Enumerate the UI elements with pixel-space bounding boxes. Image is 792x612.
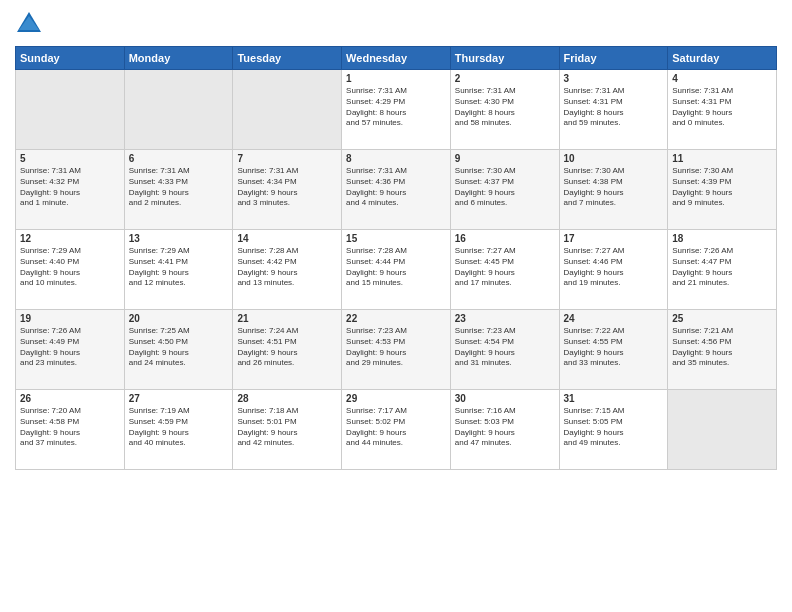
weekday-header-cell: Thursday — [450, 47, 559, 70]
day-number: 7 — [237, 153, 337, 164]
day-number: 1 — [346, 73, 446, 84]
day-number: 20 — [129, 313, 229, 324]
calendar-cell: 6Sunrise: 7:31 AM Sunset: 4:33 PM Daylig… — [124, 150, 233, 230]
day-number: 9 — [455, 153, 555, 164]
calendar-week-row: 1Sunrise: 7:31 AM Sunset: 4:29 PM Daylig… — [16, 70, 777, 150]
day-number: 10 — [564, 153, 664, 164]
calendar-week-row: 19Sunrise: 7:26 AM Sunset: 4:49 PM Dayli… — [16, 310, 777, 390]
calendar-cell: 14Sunrise: 7:28 AM Sunset: 4:42 PM Dayli… — [233, 230, 342, 310]
day-info: Sunrise: 7:31 AM Sunset: 4:30 PM Dayligh… — [455, 86, 555, 129]
day-info: Sunrise: 7:30 AM Sunset: 4:38 PM Dayligh… — [564, 166, 664, 209]
calendar-cell: 5Sunrise: 7:31 AM Sunset: 4:32 PM Daylig… — [16, 150, 125, 230]
calendar-cell: 4Sunrise: 7:31 AM Sunset: 4:31 PM Daylig… — [668, 70, 777, 150]
day-number: 29 — [346, 393, 446, 404]
day-number: 15 — [346, 233, 446, 244]
calendar-cell: 27Sunrise: 7:19 AM Sunset: 4:59 PM Dayli… — [124, 390, 233, 470]
day-info: Sunrise: 7:29 AM Sunset: 4:41 PM Dayligh… — [129, 246, 229, 289]
day-info: Sunrise: 7:17 AM Sunset: 5:02 PM Dayligh… — [346, 406, 446, 449]
day-number: 27 — [129, 393, 229, 404]
weekday-header-cell: Tuesday — [233, 47, 342, 70]
weekday-header-cell: Sunday — [16, 47, 125, 70]
day-info: Sunrise: 7:16 AM Sunset: 5:03 PM Dayligh… — [455, 406, 555, 449]
calendar-cell: 2Sunrise: 7:31 AM Sunset: 4:30 PM Daylig… — [450, 70, 559, 150]
calendar-cell: 17Sunrise: 7:27 AM Sunset: 4:46 PM Dayli… — [559, 230, 668, 310]
day-number: 5 — [20, 153, 120, 164]
day-number: 30 — [455, 393, 555, 404]
calendar-cell: 22Sunrise: 7:23 AM Sunset: 4:53 PM Dayli… — [342, 310, 451, 390]
header — [15, 10, 777, 38]
day-number: 28 — [237, 393, 337, 404]
day-info: Sunrise: 7:22 AM Sunset: 4:55 PM Dayligh… — [564, 326, 664, 369]
day-info: Sunrise: 7:31 AM Sunset: 4:33 PM Dayligh… — [129, 166, 229, 209]
calendar-cell — [124, 70, 233, 150]
calendar-cell: 15Sunrise: 7:28 AM Sunset: 4:44 PM Dayli… — [342, 230, 451, 310]
calendar-cell: 1Sunrise: 7:31 AM Sunset: 4:29 PM Daylig… — [342, 70, 451, 150]
calendar-cell: 12Sunrise: 7:29 AM Sunset: 4:40 PM Dayli… — [16, 230, 125, 310]
calendar-week-row: 5Sunrise: 7:31 AM Sunset: 4:32 PM Daylig… — [16, 150, 777, 230]
calendar-page: SundayMondayTuesdayWednesdayThursdayFrid… — [0, 0, 792, 612]
calendar-cell: 7Sunrise: 7:31 AM Sunset: 4:34 PM Daylig… — [233, 150, 342, 230]
day-number: 14 — [237, 233, 337, 244]
svg-marker-1 — [19, 16, 39, 30]
calendar-cell — [233, 70, 342, 150]
day-info: Sunrise: 7:19 AM Sunset: 4:59 PM Dayligh… — [129, 406, 229, 449]
day-number: 18 — [672, 233, 772, 244]
calendar-cell: 31Sunrise: 7:15 AM Sunset: 5:05 PM Dayli… — [559, 390, 668, 470]
day-number: 25 — [672, 313, 772, 324]
weekday-header-cell: Monday — [124, 47, 233, 70]
day-info: Sunrise: 7:27 AM Sunset: 4:46 PM Dayligh… — [564, 246, 664, 289]
day-info: Sunrise: 7:28 AM Sunset: 4:44 PM Dayligh… — [346, 246, 446, 289]
calendar-cell: 26Sunrise: 7:20 AM Sunset: 4:58 PM Dayli… — [16, 390, 125, 470]
calendar-cell: 9Sunrise: 7:30 AM Sunset: 4:37 PM Daylig… — [450, 150, 559, 230]
day-info: Sunrise: 7:18 AM Sunset: 5:01 PM Dayligh… — [237, 406, 337, 449]
calendar-cell: 3Sunrise: 7:31 AM Sunset: 4:31 PM Daylig… — [559, 70, 668, 150]
day-number: 11 — [672, 153, 772, 164]
day-info: Sunrise: 7:31 AM Sunset: 4:31 PM Dayligh… — [672, 86, 772, 129]
day-number: 26 — [20, 393, 120, 404]
day-info: Sunrise: 7:24 AM Sunset: 4:51 PM Dayligh… — [237, 326, 337, 369]
calendar-cell: 20Sunrise: 7:25 AM Sunset: 4:50 PM Dayli… — [124, 310, 233, 390]
day-number: 19 — [20, 313, 120, 324]
day-info: Sunrise: 7:28 AM Sunset: 4:42 PM Dayligh… — [237, 246, 337, 289]
day-number: 31 — [564, 393, 664, 404]
day-info: Sunrise: 7:31 AM Sunset: 4:36 PM Dayligh… — [346, 166, 446, 209]
day-info: Sunrise: 7:25 AM Sunset: 4:50 PM Dayligh… — [129, 326, 229, 369]
calendar-cell: 16Sunrise: 7:27 AM Sunset: 4:45 PM Dayli… — [450, 230, 559, 310]
day-info: Sunrise: 7:20 AM Sunset: 4:58 PM Dayligh… — [20, 406, 120, 449]
day-info: Sunrise: 7:31 AM Sunset: 4:31 PM Dayligh… — [564, 86, 664, 129]
day-number: 4 — [672, 73, 772, 84]
day-info: Sunrise: 7:23 AM Sunset: 4:53 PM Dayligh… — [346, 326, 446, 369]
day-info: Sunrise: 7:15 AM Sunset: 5:05 PM Dayligh… — [564, 406, 664, 449]
day-info: Sunrise: 7:31 AM Sunset: 4:34 PM Dayligh… — [237, 166, 337, 209]
day-number: 24 — [564, 313, 664, 324]
day-info: Sunrise: 7:27 AM Sunset: 4:45 PM Dayligh… — [455, 246, 555, 289]
day-number: 17 — [564, 233, 664, 244]
calendar-cell — [668, 390, 777, 470]
day-number: 16 — [455, 233, 555, 244]
calendar-cell: 24Sunrise: 7:22 AM Sunset: 4:55 PM Dayli… — [559, 310, 668, 390]
calendar-cell: 29Sunrise: 7:17 AM Sunset: 5:02 PM Dayli… — [342, 390, 451, 470]
day-number: 6 — [129, 153, 229, 164]
day-number: 12 — [20, 233, 120, 244]
weekday-header-row: SundayMondayTuesdayWednesdayThursdayFrid… — [16, 47, 777, 70]
weekday-header-cell: Wednesday — [342, 47, 451, 70]
day-info: Sunrise: 7:30 AM Sunset: 4:37 PM Dayligh… — [455, 166, 555, 209]
day-number: 3 — [564, 73, 664, 84]
day-info: Sunrise: 7:29 AM Sunset: 4:40 PM Dayligh… — [20, 246, 120, 289]
calendar-cell: 18Sunrise: 7:26 AM Sunset: 4:47 PM Dayli… — [668, 230, 777, 310]
day-info: Sunrise: 7:21 AM Sunset: 4:56 PM Dayligh… — [672, 326, 772, 369]
day-info: Sunrise: 7:30 AM Sunset: 4:39 PM Dayligh… — [672, 166, 772, 209]
calendar-cell: 19Sunrise: 7:26 AM Sunset: 4:49 PM Dayli… — [16, 310, 125, 390]
calendar-cell: 13Sunrise: 7:29 AM Sunset: 4:41 PM Dayli… — [124, 230, 233, 310]
day-number: 21 — [237, 313, 337, 324]
weekday-header-cell: Saturday — [668, 47, 777, 70]
calendar-cell — [16, 70, 125, 150]
calendar-cell: 30Sunrise: 7:16 AM Sunset: 5:03 PM Dayli… — [450, 390, 559, 470]
day-number: 13 — [129, 233, 229, 244]
day-info: Sunrise: 7:31 AM Sunset: 4:29 PM Dayligh… — [346, 86, 446, 129]
day-number: 23 — [455, 313, 555, 324]
day-info: Sunrise: 7:31 AM Sunset: 4:32 PM Dayligh… — [20, 166, 120, 209]
calendar-week-row: 26Sunrise: 7:20 AM Sunset: 4:58 PM Dayli… — [16, 390, 777, 470]
calendar-week-row: 12Sunrise: 7:29 AM Sunset: 4:40 PM Dayli… — [16, 230, 777, 310]
calendar-cell: 11Sunrise: 7:30 AM Sunset: 4:39 PM Dayli… — [668, 150, 777, 230]
